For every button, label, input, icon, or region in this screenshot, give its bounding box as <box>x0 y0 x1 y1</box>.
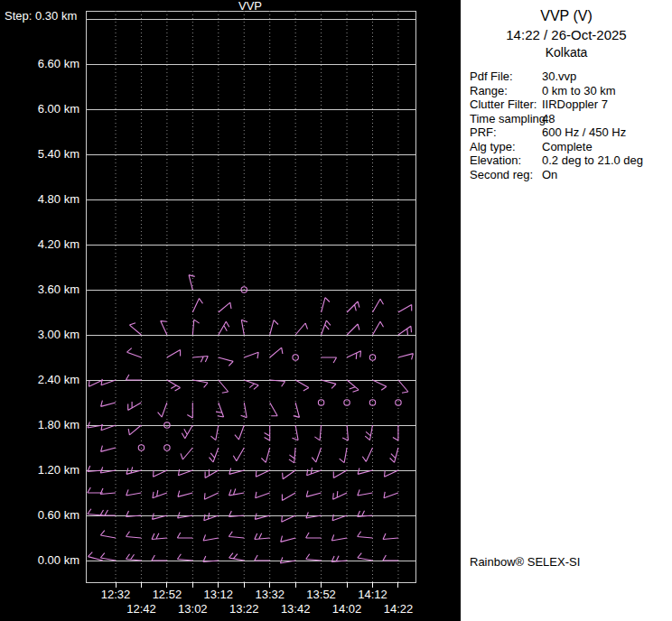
wind-barb <box>229 511 244 516</box>
wind-barb <box>270 403 278 416</box>
wind-barb <box>294 403 300 417</box>
wind-barb <box>398 354 414 360</box>
info-value: 48 <box>542 112 555 125</box>
info-value: 600 Hz / 450 Hz <box>542 125 626 139</box>
wind-barb <box>203 556 219 561</box>
brand-text: Rainbow® SELEX-SI <box>470 555 580 569</box>
wind-barb <box>362 448 372 461</box>
step-label: Step: 0.30 km <box>5 9 77 23</box>
wind-barb <box>219 302 231 312</box>
wind-barb <box>88 466 103 471</box>
y-tick-label: 2.40 km <box>38 373 79 386</box>
wind-barb <box>216 403 224 417</box>
wind-barb <box>398 305 412 313</box>
wind-barb <box>333 491 348 499</box>
wind-barb <box>89 380 102 386</box>
y-tick-label: 1.20 km <box>38 463 79 477</box>
info-label: PRF: <box>470 125 542 140</box>
wind-barb <box>154 470 167 477</box>
wind-barb <box>393 425 398 440</box>
wind-barb <box>342 425 348 440</box>
x-tick-label: 13:42 <box>281 602 311 616</box>
wind-barb <box>256 470 269 477</box>
wind-barb <box>281 536 295 542</box>
wind-barb <box>167 350 181 358</box>
wind-barb <box>358 468 372 475</box>
wind-barb <box>373 380 387 390</box>
wind-barb <box>282 515 295 522</box>
wind-barb <box>383 555 398 561</box>
wind-barb <box>153 514 167 520</box>
wind-barb <box>204 493 218 499</box>
wind-barb <box>177 554 192 561</box>
info-label: Alg type: <box>470 140 542 154</box>
wind-barb <box>270 380 285 386</box>
wind-barb <box>306 554 322 561</box>
wind-barb <box>255 514 269 520</box>
wind-barb <box>101 401 116 407</box>
y-tick-label: 0.60 km <box>38 508 79 522</box>
wind-barb <box>256 492 270 498</box>
info-row-range: Range:0 km to 30 km <box>461 84 672 98</box>
wind-barb <box>158 403 167 417</box>
info-value: 0.2 deg to 21.0 deg <box>542 153 643 167</box>
info-label: Range: <box>470 84 542 98</box>
wind-barb <box>322 357 337 363</box>
wind-barb <box>289 448 295 463</box>
wind-barb <box>322 320 331 335</box>
wind-barb <box>307 468 322 476</box>
wind-barb <box>100 510 116 515</box>
wind-barb <box>153 490 167 498</box>
wind-barb <box>322 298 330 312</box>
y-tick-label: 3.60 km <box>38 283 79 296</box>
wind-barb <box>229 553 245 561</box>
wind-barb <box>235 425 244 440</box>
product-datetime: 14:22 / 26-Oct-2025 <box>461 27 672 42</box>
wind-barb <box>126 489 142 496</box>
wind-barb <box>88 552 102 561</box>
wind-barb <box>219 357 233 366</box>
wind-barb <box>129 323 141 335</box>
wind-barb <box>398 380 408 393</box>
info-label: Pdf File: <box>470 70 542 84</box>
wind-barb <box>229 532 244 538</box>
wind-barb <box>373 299 384 312</box>
plot-border <box>86 11 415 582</box>
wind-barb <box>128 425 141 435</box>
wind-barb <box>192 299 202 312</box>
info-rows: Pdf File:30.vvp Range:0 km to 30 km Clut… <box>461 70 672 181</box>
info-label: Time sampling: <box>470 112 542 126</box>
info-label: Clutter Filter: <box>470 97 542 112</box>
x-tick-label: 12:42 <box>126 602 156 616</box>
info-value: 0 km to 30 km <box>542 84 616 97</box>
wind-barb <box>314 425 321 440</box>
wind-barb <box>270 320 278 335</box>
wind-barb <box>178 491 192 497</box>
x-tick-label: 12:32 <box>101 588 131 601</box>
info-value: IIRDoppler 7 <box>542 97 608 111</box>
wind-barb <box>365 425 372 440</box>
wind-barb <box>192 357 208 363</box>
info-label: Elevation: <box>470 153 542 168</box>
wind-barb <box>101 446 116 452</box>
wind-barb <box>126 375 141 380</box>
wind-barb <box>340 448 347 463</box>
wind-barb <box>192 320 199 335</box>
info-row-clutter-filter: Clutter Filter:IIRDoppler 7 <box>461 97 672 112</box>
wind-barb <box>358 553 373 561</box>
y-tick-label: 3.00 km <box>38 328 79 341</box>
wind-barb <box>283 470 296 479</box>
info-value: On <box>542 168 557 181</box>
wind-barb <box>358 532 373 538</box>
wind-barb <box>244 380 258 389</box>
wind-barb <box>126 511 142 516</box>
wind-barb <box>347 301 359 312</box>
wind-barb <box>331 534 347 541</box>
y-tick-label: 0.00 km <box>38 553 79 567</box>
wind-barb <box>229 468 244 475</box>
wind-barb <box>219 321 229 335</box>
wind-barb <box>306 533 322 538</box>
wind-barb <box>100 531 116 538</box>
wind-barb <box>127 348 142 357</box>
wind-barb <box>295 323 307 335</box>
